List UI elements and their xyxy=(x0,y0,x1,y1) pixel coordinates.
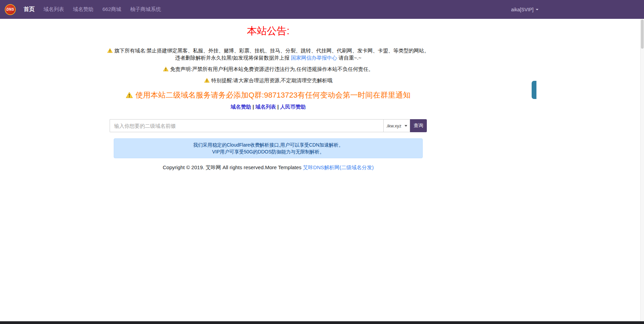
footer: Copyright © 2019. 艾咔网 All rights reserve… xyxy=(0,164,536,171)
nav-item-domain-list[interactable]: 域名列表 xyxy=(39,6,69,13)
notice-disclaimer: 免责声明:严禁所有用户利用本站免费资源进行违法行为,任何违规操作本站不负任何责任… xyxy=(106,65,431,73)
copyright-text: Copyright © 2019. 艾咔网 All rights reserve… xyxy=(163,164,303,170)
tld-selected-value: .ikw.xyz xyxy=(386,123,401,128)
query-button[interactable]: 查询 xyxy=(410,119,427,132)
tld-select[interactable]: .ikw.xyz xyxy=(383,119,410,132)
quick-link-domain-list[interactable]: 域名列表 xyxy=(256,104,276,110)
quick-link-rmb-sponsor[interactable]: 人民币赞助 xyxy=(280,104,306,110)
info-alert: 我们采用稳定的CloudFlare收费解析接口,用户可以享受CDN加速解析。 V… xyxy=(114,138,423,158)
site-logo[interactable]: DNS xyxy=(5,4,16,15)
nav-item-home[interactable]: 首页 xyxy=(19,6,39,13)
user-label: aika[SVIP] xyxy=(511,7,533,12)
logo-text: DNS xyxy=(7,8,14,11)
notice-text: 特别提醒:请大家合理运用资源,不定期清理空壳解析哦 xyxy=(211,77,332,83)
select-caret-icon xyxy=(405,125,407,127)
quick-links: 域名赞助|域名列表|人民币赞助 xyxy=(0,104,536,110)
alert-line2: VIP用户可享受50G的DDOS防御能力与无限制解析。 xyxy=(114,148,422,155)
domain-prefix-input[interactable] xyxy=(110,119,383,132)
page-content: 本站公告: 旗下所有域名:禁止搭建绑定黑客、私服、外挂、赌博、彩票、挂机、挂马、… xyxy=(0,19,536,171)
vertical-scrollbar[interactable] xyxy=(640,19,644,321)
notice-text-before: 旗下所有域名:禁止搭建绑定黑客、私服、外挂、赌博、彩票、挂机、挂马、分裂、跳转、… xyxy=(114,48,429,61)
screen: DNS 首页 域名列表 域名赞助 662商城 柚子商城系统 aika[SVIP]… xyxy=(0,0,644,324)
scrollbar-thumb[interactable] xyxy=(641,20,644,49)
user-menu[interactable]: aika[SVIP] xyxy=(511,0,538,19)
side-widget-tab[interactable] xyxy=(532,81,536,99)
search-bar: .ikw.xyz 查询 xyxy=(110,119,427,132)
main-nav: 首页 域名列表 域名赞助 662商城 柚子商城系统 xyxy=(19,6,165,13)
notice-reminder: 特别提醒:请大家合理运用资源,不定期清理空壳解析哦 xyxy=(106,77,431,84)
warning-icon xyxy=(107,48,113,53)
notice-text: 免责声明:严禁所有用户利用本站免费资源进行违法行为,任何违规操作本站不负任何责任… xyxy=(170,66,373,72)
nav-item-domain-sponsor[interactable]: 域名赞助 xyxy=(69,6,98,13)
qq-group-notice: 使用本站二级域名服务请务必添加Q群:98713723有任何变动会第一时间在群里通… xyxy=(0,90,536,100)
quick-link-domain-sponsor[interactable]: 域名赞助 xyxy=(231,104,251,110)
nav-item-662-shop[interactable]: 662商城 xyxy=(98,6,126,13)
right-panel xyxy=(536,19,640,321)
bottom-bar xyxy=(0,321,644,324)
report-center-link[interactable]: 国家网信办举报中心 xyxy=(291,55,337,61)
footer-site-link[interactable]: 艾咔DNS解析网(二级域名分发) xyxy=(303,164,374,170)
qq-notice-text: 使用本站二级域名服务请务必添加Q群:98713723有任何变动会第一时间在群里通… xyxy=(135,91,410,99)
alert-line1: 我们采用稳定的CloudFlare收费解析接口,用户可以享受CDN加速解析。 xyxy=(114,141,422,148)
warning-icon xyxy=(204,78,210,83)
page-title: 本站公告: xyxy=(0,24,536,38)
separator: | xyxy=(252,104,254,110)
notice-text-after: 请自重~.~ xyxy=(337,55,361,61)
caret-down-icon xyxy=(536,9,538,10)
warning-icon xyxy=(126,92,133,98)
separator: | xyxy=(277,104,279,110)
navbar: DNS 首页 域名列表 域名赞助 662商城 柚子商城系统 aika[SVIP] xyxy=(0,0,644,19)
notice-domains: 旗下所有域名:禁止搭建绑定黑客、私服、外挂、赌博、彩票、挂机、挂马、分裂、跳转、… xyxy=(106,47,431,61)
nav-item-youzi-shop[interactable]: 柚子商城系统 xyxy=(126,6,165,13)
warning-icon xyxy=(163,66,169,72)
